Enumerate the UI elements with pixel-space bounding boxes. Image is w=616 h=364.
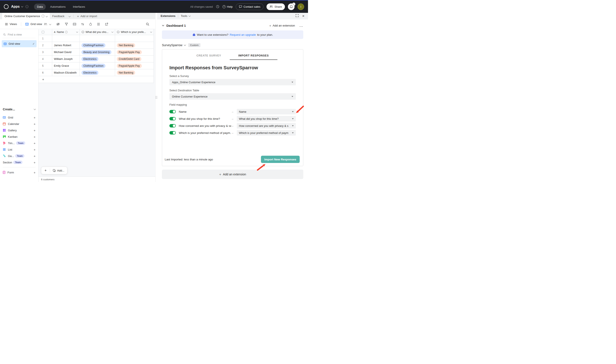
filter-icon[interactable]	[65, 23, 68, 26]
user-avatar[interactable]: I	[298, 3, 304, 10]
hide-fields-icon[interactable]	[56, 23, 60, 26]
workspace-name[interactable]: Apps	[11, 5, 20, 9]
create-timeline[interactable]: Tim...Team +	[3, 140, 36, 146]
cell-name[interactable]: Madison Elizabeth	[54, 71, 77, 74]
category-tag[interactable]: Clothing/Fashion	[81, 43, 105, 48]
chevron-down-icon[interactable]	[184, 44, 186, 46]
create-gantt[interactable]: Ga...Team +	[3, 153, 36, 159]
survey-select[interactable]: Apps_Online Customer Experience	[170, 79, 296, 85]
category-tag[interactable]: Beauty and Grooming	[81, 50, 111, 54]
plus-icon[interactable]: +	[34, 155, 36, 158]
nav-tab-data[interactable]: Data	[34, 4, 46, 10]
info-icon[interactable]: i	[26, 5, 28, 8]
history-icon[interactable]	[216, 5, 220, 8]
create-form[interactable]: Form +	[3, 169, 36, 176]
cell-name[interactable]: Michael David	[54, 51, 71, 54]
create-gallery[interactable]: Gallery +	[3, 127, 36, 133]
mapping-toggle[interactable]	[170, 124, 176, 128]
table-row[interactable]: 5 Emily Grace Clothing/Fashion Paypal/Ap…	[39, 63, 154, 69]
cell-name[interactable]: Emily Grace	[54, 64, 69, 67]
create-section[interactable]: SectionTeam +	[3, 159, 36, 166]
create-section-header[interactable]: Create...	[3, 106, 36, 112]
table-info-icon[interactable]: i	[41, 14, 44, 17]
sidebar-view-grid[interactable]: Grid view ✓	[2, 40, 37, 47]
find-view-input[interactable]	[8, 33, 35, 36]
chevron-down-icon[interactable]	[21, 5, 23, 8]
dashboard-title[interactable]: Dashboard 1	[166, 24, 186, 27]
mapping-toggle[interactable]	[170, 110, 176, 113]
chevron-down-icon[interactable]	[46, 15, 48, 17]
close-icon[interactable]: ✕	[302, 14, 305, 18]
plus-icon[interactable]: +	[34, 142, 36, 145]
nav-tab-interfaces[interactable]: Interfaces	[70, 4, 88, 10]
request-upgrade-link[interactable]: Request an upgrade	[230, 33, 256, 36]
cell-name[interactable]: James Robert	[54, 44, 71, 47]
column-header-payment[interactable]: Which is your prefe...	[115, 29, 154, 35]
search-icon[interactable]	[146, 23, 149, 26]
sort-icon[interactable]	[81, 23, 84, 26]
group-icon[interactable]	[73, 23, 76, 26]
mapping-target-select[interactable]: How concerned are you with privacy & s	[237, 123, 296, 129]
payment-tag[interactable]: Net Banking	[117, 71, 135, 75]
plus-icon[interactable]: +	[34, 161, 36, 164]
payment-tag[interactable]: Paypal/Apple Pay	[117, 64, 142, 68]
mapping-toggle[interactable]	[170, 117, 176, 120]
table-tab-feedback[interactable]: Feedback	[50, 13, 67, 19]
table-list-dropdown[interactable]	[67, 13, 73, 19]
add-row-button[interactable]: +	[39, 76, 154, 83]
contact-sales-button[interactable]: Contact sales	[236, 3, 264, 10]
plus-icon[interactable]: +	[34, 122, 36, 126]
chevron-down-icon[interactable]	[111, 31, 113, 33]
table-row[interactable]: 1	[39, 35, 154, 42]
add-extension-bottom-button[interactable]: + Add an extension	[162, 169, 303, 179]
expand-icon[interactable]	[296, 14, 299, 18]
create-calendar[interactable]: Calendar +	[3, 121, 36, 127]
chevron-down-icon[interactable]	[150, 31, 152, 33]
category-tag[interactable]: Electronics	[81, 71, 98, 75]
mapping-toggle[interactable]	[170, 131, 176, 134]
extension-name[interactable]: SurveySparrow	[162, 43, 183, 47]
share-button[interactable]: Share	[266, 3, 285, 10]
chevron-down-icon[interactable]	[76, 31, 78, 33]
views-button[interactable]: Views	[3, 21, 19, 27]
mapping-target-select[interactable]: Which is your preferred method of paym	[237, 130, 296, 136]
cell-name[interactable]: William Joseph	[54, 57, 73, 61]
add-or-import-button[interactable]: + Add or import	[74, 13, 100, 19]
row-height-icon[interactable]	[97, 23, 100, 26]
tab-import-responses[interactable]: IMPORT RESPONSES	[230, 51, 277, 60]
payment-tag[interactable]: Credit/Debit Card	[117, 57, 141, 61]
plus-icon[interactable]: +	[34, 171, 36, 174]
add-menu-button[interactable]: Add...	[50, 167, 67, 174]
create-kanban[interactable]: Kanban +	[3, 133, 36, 140]
table-row[interactable]: 2 James Robert Clothing/Fashion Net Bank…	[39, 42, 154, 49]
tab-create-survey[interactable]: CREATE SURVEY	[188, 51, 230, 60]
plus-icon[interactable]: +	[34, 129, 36, 132]
extensions-tab[interactable]: Extensions	[161, 14, 175, 17]
grid-view-button[interactable]: Grid view	[23, 21, 52, 27]
plus-icon[interactable]: +	[34, 148, 36, 151]
destination-table-select[interactable]: Online Customer Experience	[170, 93, 296, 100]
add-extension-button[interactable]: + Add an extension	[269, 24, 295, 27]
mapping-target-select[interactable]: What did you shop for this time?	[237, 116, 296, 121]
import-new-responses-button[interactable]: Import New Responses	[261, 156, 300, 163]
plus-icon[interactable]: +	[34, 116, 36, 119]
help-button[interactable]: ? Help	[223, 5, 233, 8]
nav-tab-automations[interactable]: Automations	[47, 4, 68, 10]
add-record-button[interactable]: +	[41, 167, 50, 174]
table-row[interactable]: 4 William Joseph Electronics Credit/Debi…	[39, 56, 154, 63]
table-row[interactable]: 6 Madison Elizabeth Electronics Net Bank…	[39, 69, 154, 76]
column-header-category[interactable]: What did you sho...	[80, 29, 115, 35]
payment-tag[interactable]: Paypal/Apple Pay	[117, 50, 142, 54]
plus-icon[interactable]: +	[34, 135, 36, 138]
category-tag[interactable]: Clothing/Fashion	[81, 64, 105, 68]
create-list[interactable]: List +	[3, 146, 36, 153]
color-icon[interactable]	[89, 23, 92, 26]
column-header-name[interactable]: A Name i	[52, 29, 80, 35]
share-view-icon[interactable]	[105, 23, 108, 26]
workspace-logo[interactable]	[4, 4, 9, 9]
payment-tag[interactable]: Net Banking	[117, 43, 135, 48]
create-grid[interactable]: Grid +	[3, 114, 36, 121]
tools-tab[interactable]: Tools	[181, 14, 190, 17]
panel-resize-handle[interactable]	[155, 13, 157, 182]
category-tag[interactable]: Electronics	[81, 57, 98, 61]
